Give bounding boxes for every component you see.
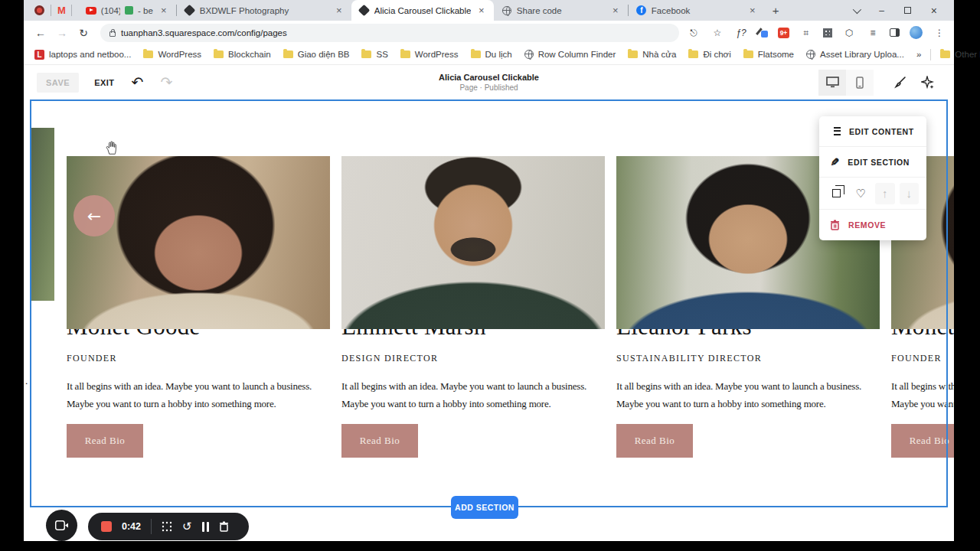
member-role: SUSTAINABILITY DIRECTOR (616, 353, 880, 364)
facebook-icon: f (636, 5, 647, 16)
bookmark-folder[interactable]: SS (361, 50, 387, 59)
remove-section-menu-item[interactable]: REMOVE (819, 210, 926, 240)
squarespace-icon (359, 5, 370, 16)
screenshot-extension-icon[interactable]: ⌗ (799, 28, 813, 38)
trash-icon (830, 220, 840, 230)
puzzle-extensions-icon[interactable]: ⬡ (842, 28, 856, 38)
read-bio-button[interactable]: Read Bio (891, 424, 954, 458)
exit-button[interactable]: EXIT (94, 78, 114, 87)
pause-recording-icon[interactable] (202, 522, 209, 532)
url-text: tuanphan3.squarespace.com/config/pages (121, 28, 287, 37)
reading-list-icon[interactable]: ≡ (866, 28, 880, 38)
redo-icon[interactable]: ↷ (161, 75, 173, 90)
tab-search-chevron-icon[interactable] (853, 5, 861, 13)
member-bio: It all begins with an idea. Maybe you wa… (67, 377, 330, 412)
new-tab-button[interactable]: + (765, 4, 787, 17)
member-role: FOUNDER (67, 353, 330, 364)
share-icon[interactable]: ⎋ (687, 28, 701, 38)
close-tab-icon[interactable]: × (158, 5, 170, 16)
gmail-pinned-tab-icon[interactable]: M (57, 5, 65, 16)
stop-recording-button[interactable] (101, 521, 112, 532)
member-role: FOUNDER (891, 353, 954, 364)
team-card: Emmett Marsh DESIGN DIRECTOR It all begi… (341, 128, 605, 458)
restore-button[interactable] (904, 7, 911, 14)
other-bookmarks[interactable]: Other bookmarks (940, 50, 980, 59)
bookmarks-right: » Other bookmarks (916, 49, 980, 60)
menu-kebab-icon[interactable]: ⋮ (933, 28, 946, 38)
delete-recording-icon[interactable] (219, 521, 229, 532)
team-photo-emmett-marsh[interactable] (341, 156, 605, 329)
undo-icon[interactable]: ↶ (132, 75, 144, 90)
read-bio-button[interactable]: Read Bio (341, 424, 418, 458)
read-bio-button[interactable]: Read Bio (67, 424, 143, 458)
bookmark-folder[interactable]: Flatsome (743, 50, 794, 59)
page-title: Alicia Carousel Clickable (439, 73, 539, 82)
recording-indicator-icon[interactable] (34, 5, 44, 15)
read-bio-button[interactable]: Read Bio (616, 424, 693, 458)
bookmark-folder[interactable]: Đi chơi (688, 50, 730, 59)
close-window-button[interactable]: × (931, 5, 937, 17)
bookmark-folder[interactable]: WordPress (400, 50, 459, 59)
ai-sparkle-icon[interactable] (913, 70, 941, 96)
divider (151, 519, 152, 534)
tab-share-code[interactable]: Share code × (494, 0, 628, 21)
close-tab-icon[interactable]: × (609, 5, 622, 16)
tab-alicia-carousel[interactable]: Alicia Carousel Clickable — @t × (351, 0, 494, 21)
close-tab-icon[interactable]: × (333, 5, 345, 16)
divider (930, 49, 931, 60)
close-tab-icon[interactable]: × (746, 5, 759, 16)
edit-section-menu-item[interactable]: ✎ EDIT SECTION (819, 147, 926, 178)
close-tab-icon[interactable]: × (475, 5, 488, 16)
pen-extension-icon[interactable] (758, 28, 768, 37)
bookmark-folder[interactable]: WordPress (143, 50, 201, 59)
save-button[interactable]: SAVE (37, 73, 79, 93)
bookmark-item[interactable]: Row Column Finder (524, 50, 616, 59)
globe-icon (806, 50, 815, 59)
back-icon[interactable]: ← (31, 27, 50, 39)
browser-window: M (104) lofi hip hop radio - be × BXDWLF… (24, 0, 954, 541)
drag-handle-icon[interactable] (162, 521, 172, 532)
bookmark-item[interactable]: Llaptops and netboo... (34, 50, 131, 60)
member-bio: It all begins with an idea. Maybe you wa… (891, 377, 954, 412)
bookmark-folder[interactable]: Du lịch (471, 50, 512, 59)
mobile-preview-icon[interactable] (846, 70, 874, 96)
folder-icon (743, 51, 753, 58)
bookmark-item[interactable]: Asset Library Uploa... (806, 50, 904, 59)
move-section-up-icon[interactable]: ↑ (875, 183, 895, 204)
folder-icon (143, 51, 153, 58)
bookmarks-overflow-chevron[interactable]: » (916, 50, 921, 59)
bookmark-folder[interactable]: Giao diện BB (283, 50, 350, 59)
recorder-camera-button[interactable] (46, 510, 77, 541)
forward-icon[interactable]: → (53, 27, 71, 39)
camera-icon (55, 520, 69, 530)
previous-card-text-sliver: . (25, 375, 28, 387)
tab-facebook[interactable]: f Facebook × (629, 0, 765, 21)
tab-youtube[interactable]: (104) lofi hip hop radio - be × (78, 0, 176, 21)
minimize-button[interactable]: – (879, 5, 884, 16)
folder-icon (361, 51, 371, 58)
recording-timer: 0:42 (122, 521, 141, 532)
edit-content-menu-item[interactable]: EDIT CONTENT (819, 116, 926, 147)
desktop-preview-icon[interactable] (818, 70, 846, 96)
font-finder-extension-icon[interactable]: ƒ? (734, 28, 748, 38)
bookmark-star-icon[interactable]: ☆ (710, 28, 724, 38)
apps-grid-icon[interactable] (823, 28, 832, 37)
duplicate-section-icon[interactable] (827, 183, 847, 204)
previous-card-photo[interactable] (31, 128, 54, 301)
bookmark-folder[interactable]: Nhà cửa (628, 50, 676, 59)
carousel-prev-button[interactable]: ← (74, 195, 115, 236)
restart-recording-icon[interactable]: ↺ (182, 520, 192, 533)
folder-icon (688, 51, 698, 58)
add-section-button[interactable]: ADD SECTION (451, 496, 518, 519)
bookmark-folder[interactable]: Blockchain (214, 50, 271, 59)
tab-bxdwlf[interactable]: BXDWLF Photography × (177, 0, 351, 21)
notification-badge-extension-icon[interactable]: 9+ (778, 28, 789, 38)
team-photo-monet-goode[interactable] (67, 156, 330, 329)
site-styles-brush-icon[interactable] (886, 70, 913, 96)
profile-avatar[interactable] (910, 26, 923, 39)
side-panel-icon[interactable] (890, 28, 900, 37)
save-section-heart-icon[interactable]: ♡ (851, 183, 871, 204)
reload-icon[interactable]: ↻ (74, 27, 93, 39)
url-input[interactable]: tuanphan3.squarespace.com/config/pages (100, 24, 679, 42)
move-section-down-icon[interactable]: ↓ (900, 183, 920, 204)
